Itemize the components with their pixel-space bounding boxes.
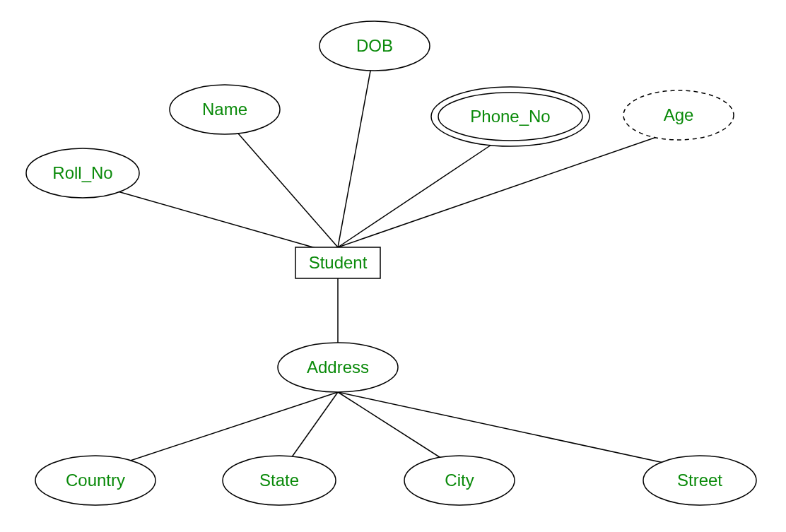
attr-city-label: City: [445, 471, 474, 490]
edge-address-street: [338, 392, 696, 470]
attr-phoneno-label: Phone_No: [470, 107, 550, 126]
attr-dob-label: DOB: [356, 36, 393, 55]
attr-rollno-label: Roll_No: [52, 163, 112, 182]
attr-name-label: Name: [202, 100, 247, 119]
attr-age-label: Age: [664, 105, 694, 124]
attr-country: Country: [35, 456, 156, 505]
edge-student-dob: [338, 67, 371, 247]
attr-state-label: State: [259, 471, 299, 490]
attr-age: Age: [623, 90, 734, 140]
edge-student-age: [338, 131, 675, 247]
attr-rollno: Roll_No: [26, 148, 139, 198]
attr-dob: DOB: [319, 21, 430, 71]
attr-address: Address: [278, 343, 398, 392]
attr-phoneno: Phone_No: [431, 87, 590, 146]
attr-state: State: [223, 456, 336, 505]
entity-student: Student: [295, 247, 380, 278]
attr-city: City: [404, 456, 515, 505]
attr-name: Name: [170, 85, 280, 134]
edge-student-phoneno: [338, 138, 502, 247]
attr-street: Street: [643, 456, 756, 505]
er-diagram-canvas: Student Roll_No Name DOB Phone_No Age Ad…: [0, 0, 786, 532]
attr-street-label: Street: [677, 471, 722, 490]
entity-student-label: Student: [309, 253, 368, 272]
edge-student-rollno: [95, 185, 338, 254]
attr-country-label: Country: [66, 471, 125, 490]
attr-address-label: Address: [307, 357, 369, 377]
